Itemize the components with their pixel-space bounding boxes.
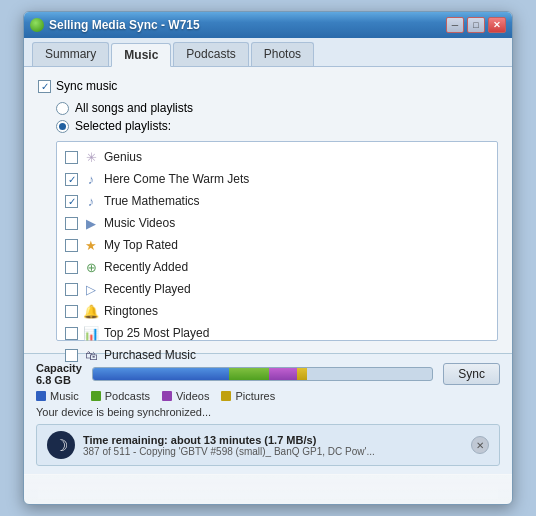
sync-info-icon: ☽ <box>47 431 75 459</box>
info-row: ☽ Time remaining: about 13 minutes (1.7 … <box>36 424 500 466</box>
selected-playlists-label: Selected playlists: <box>75 119 171 133</box>
list-item[interactable]: ★ My Top Rated <box>57 234 497 256</box>
window-title: Selling Media Sync - W715 <box>49 18 200 32</box>
progress-pictures <box>297 368 307 380</box>
playlist-checkbox-top25[interactable] <box>65 327 78 340</box>
close-button[interactable]: ✕ <box>488 17 506 33</box>
title-controls: ─ □ ✕ <box>446 17 506 33</box>
tab-music[interactable]: Music <box>111 43 171 67</box>
playlist-label-genius: Genius <box>104 150 142 164</box>
sync-music-row: Sync music <box>38 79 498 93</box>
tab-podcasts[interactable]: Podcasts <box>173 42 248 66</box>
playlist-label-truemath: True Mathematics <box>104 194 200 208</box>
playlist-label-top25: Top 25 Most Played <box>104 326 209 340</box>
legend-videos: Videos <box>162 390 209 402</box>
all-songs-label: All songs and playlists <box>75 101 193 115</box>
playlist-checkbox-recentlyplayed[interactable] <box>65 283 78 296</box>
all-songs-radio[interactable] <box>56 102 69 115</box>
playlist-checkbox-recentlyadded[interactable] <box>65 261 78 274</box>
all-songs-row: All songs and playlists <box>56 101 498 115</box>
info-sub: 387 of 511 - Copying 'GBTV #598 (small)_… <box>83 446 463 457</box>
capacity-info: Capacity 6.8 GB <box>36 362 82 386</box>
list-item[interactable]: 📊 Top 25 Most Played <box>57 322 497 344</box>
sync-button[interactable]: Sync <box>443 363 500 385</box>
capacity-row: Capacity 6.8 GB Sync <box>36 362 500 386</box>
playlist-checkbox-toprated[interactable] <box>65 239 78 252</box>
radio-group: All songs and playlists Selected playlis… <box>56 101 498 133</box>
legend-row: Music Podcasts Videos Pictures <box>36 390 500 402</box>
legend-pictures: Pictures <box>221 390 275 402</box>
tab-summary[interactable]: Summary <box>32 42 109 66</box>
video-icon: ▶ <box>83 215 99 231</box>
star-icon: ★ <box>83 237 99 253</box>
chart-icon: 📊 <box>83 325 99 341</box>
ring-icon: 🔔 <box>83 303 99 319</box>
play-icon: ▷ <box>83 281 99 297</box>
playlist-checkbox-purchased[interactable] <box>65 349 78 362</box>
capacity-progress-bar <box>92 367 433 381</box>
tabs-bar: Summary Music Podcasts Photos <box>24 38 512 67</box>
playlist-label-ringtones: Ringtones <box>104 304 158 318</box>
legend-label-podcasts: Podcasts <box>105 390 150 402</box>
selected-playlists-radio[interactable] <box>56 120 69 133</box>
note-icon: ♪ <box>83 171 99 187</box>
maximize-button[interactable]: □ <box>467 17 485 33</box>
legend-podcasts: Podcasts <box>91 390 150 402</box>
playlist-label-warmjets: Here Come The Warm Jets <box>104 172 249 186</box>
playlist-box: ✳ Genius ♪ Here Come The Warm Jets ♪ Tru… <box>56 141 498 341</box>
title-bar-left: Selling Media Sync - W715 <box>30 18 200 32</box>
list-item[interactable]: ♪ True Mathematics <box>57 190 497 212</box>
capacity-label: Capacity <box>36 362 82 374</box>
legend-dot-videos <box>162 391 172 401</box>
main-window: Selling Media Sync - W715 ─ □ ✕ Summary … <box>23 11 513 505</box>
genius-icon: ✳ <box>83 149 99 165</box>
title-bar: Selling Media Sync - W715 ─ □ ✕ <box>24 12 512 38</box>
playlist-label-recentlyadded: Recently Added <box>104 260 188 274</box>
list-item[interactable]: 🔔 Ringtones <box>57 300 497 322</box>
list-item[interactable]: ♪ Here Come The Warm Jets <box>57 168 497 190</box>
list-item[interactable]: ✳ Genius <box>57 146 497 168</box>
playlist-label-recentlyplayed: Recently Played <box>104 282 191 296</box>
playlist-label-videos: Music Videos <box>104 216 175 230</box>
info-title: Time remaining: about 13 minutes (1.7 MB… <box>83 434 463 446</box>
progress-podcasts <box>229 368 270 380</box>
legend-label-videos: Videos <box>176 390 209 402</box>
sync-music-checkbox[interactable] <box>38 80 51 93</box>
playlist-checkbox-videos[interactable] <box>65 217 78 230</box>
progress-videos <box>269 368 296 380</box>
legend-label-pictures: Pictures <box>235 390 275 402</box>
selected-playlists-row: Selected playlists: <box>56 119 498 133</box>
minimize-button[interactable]: ─ <box>446 17 464 33</box>
playlist-checkbox-truemath[interactable] <box>65 195 78 208</box>
capacity-value: 6.8 GB <box>36 374 82 386</box>
playlist-label-toprated: My Top Rated <box>104 238 178 252</box>
legend-label-music: Music <box>50 390 79 402</box>
playlist-checkbox-ringtones[interactable] <box>65 305 78 318</box>
progress-music <box>93 368 229 380</box>
list-item[interactable]: ▶ Music Videos <box>57 212 497 234</box>
playlist-checkbox-genius[interactable] <box>65 151 78 164</box>
info-close-button[interactable]: ✕ <box>471 436 489 454</box>
sync-music-label: Sync music <box>56 79 117 93</box>
legend-dot-pictures <box>221 391 231 401</box>
info-text-block: Time remaining: about 13 minutes (1.7 MB… <box>83 434 463 457</box>
list-item[interactable]: ▷ Recently Played <box>57 278 497 300</box>
note-icon-2: ♪ <box>83 193 99 209</box>
window-reflection <box>24 474 512 504</box>
sync-status: Your device is being synchronized... <box>36 406 500 418</box>
legend-dot-music <box>36 391 46 401</box>
tab-photos[interactable]: Photos <box>251 42 314 66</box>
list-item[interactable]: ⊕ Recently Added <box>57 256 497 278</box>
playlist-label-purchased: Purchased Music <box>104 348 196 362</box>
bag-icon: 🛍 <box>83 347 99 363</box>
app-icon <box>30 18 44 32</box>
bottom-bar: Capacity 6.8 GB Sync Music Podcasts <box>24 353 512 474</box>
tab-content-music: Sync music All songs and playlists Selec… <box>24 67 512 353</box>
plus-icon: ⊕ <box>83 259 99 275</box>
legend-dot-podcasts <box>91 391 101 401</box>
legend-music: Music <box>36 390 79 402</box>
playlist-checkbox-warmjets[interactable] <box>65 173 78 186</box>
